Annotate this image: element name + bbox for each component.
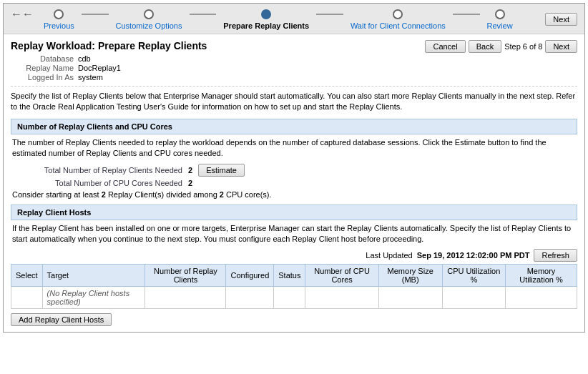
th-status: Status bbox=[274, 265, 305, 287]
total-cpu-row: Total Number of CPU Cores Needed 2 bbox=[25, 179, 577, 187]
wizard-step-wait[interactable]: Wait for Client Connections bbox=[345, 9, 451, 30]
section2-header: Replay Client Hosts bbox=[11, 205, 577, 220]
td-cpu-cores bbox=[305, 287, 378, 309]
last-updated-value: Sep 19, 2012 12:02:00 PM PDT bbox=[417, 251, 530, 260]
td-memory-util bbox=[505, 287, 577, 309]
td-target: (No Replay Client hosts specified) bbox=[42, 287, 145, 309]
logged-in-label: Logged In As bbox=[14, 73, 78, 82]
th-memory-size: Memory Size (MB) bbox=[378, 265, 442, 287]
last-updated-label: Last Updated bbox=[366, 251, 412, 260]
replay-client-table: Select Target Number of Replay Clients C… bbox=[11, 264, 577, 309]
section1-header: Number of Replay Clients and CPU Cores bbox=[11, 119, 577, 134]
total-clients-row: Total Number of Replay Clients Needed 2 … bbox=[25, 164, 577, 177]
info-grid: Database cdb Replay Name DocReplay1 Logg… bbox=[14, 54, 207, 82]
td-memory-size bbox=[378, 287, 442, 309]
nav-line-3 bbox=[316, 14, 343, 15]
back-button[interactable]: Back bbox=[469, 40, 501, 53]
wizard-step-previous[interactable]: Previous bbox=[38, 9, 80, 30]
wizard-step-prepare[interactable]: Prepare Replay Clients bbox=[217, 9, 315, 30]
step-dot-previous bbox=[54, 9, 64, 19]
bottom-note-clients: 2 bbox=[102, 190, 106, 199]
estimate-button[interactable]: Estimate bbox=[198, 164, 245, 177]
add-replay-client-hosts-button[interactable]: Add Replay Client Hosts bbox=[11, 313, 112, 326]
main-container: ←← Previous Customize Options Prepare Re… bbox=[3, 3, 585, 333]
table-header-row: Select Target Number of Replay Clients C… bbox=[11, 265, 577, 287]
wizard-step-customize-label: Customize Options bbox=[116, 21, 182, 30]
step-dot-prepare bbox=[261, 9, 271, 19]
content-area: Replay Workload: Prepare Replay Clients … bbox=[4, 34, 584, 332]
database-label: Database bbox=[14, 54, 78, 63]
step-dot-review bbox=[495, 9, 505, 19]
th-target: Target bbox=[42, 265, 145, 287]
bottom-note-cores: 2 bbox=[220, 190, 224, 199]
bottom-note: Consider starting at least 2 Replay Clie… bbox=[12, 190, 576, 199]
wizard-nav: ←← Previous Customize Options Prepare Re… bbox=[4, 4, 584, 34]
back-arrow-icon[interactable]: ←← bbox=[11, 8, 34, 21]
database-value: cdb bbox=[78, 54, 207, 63]
last-updated-row: Last Updated Sep 19, 2012 12:02:00 PM PD… bbox=[11, 249, 577, 262]
total-clients-label: Total Number of Replay Clients Needed bbox=[25, 166, 182, 174]
section2-body: If the Replay Client has been installed … bbox=[11, 223, 577, 245]
header-right: Cancel Back Step 6 of 8 Next bbox=[425, 40, 577, 53]
total-cpu-label: Total Number of CPU Cores Needed bbox=[25, 179, 182, 187]
page-description: Specify the list of Replay Clients below… bbox=[11, 91, 577, 113]
nav-line-1 bbox=[82, 14, 109, 15]
step-info: Step 6 of 8 bbox=[504, 42, 542, 51]
step-dot-customize bbox=[144, 9, 154, 19]
replay-name-value: DocReplay1 bbox=[78, 64, 207, 72]
section1-body: The number of Replay Clients needed to r… bbox=[11, 137, 577, 159]
refresh-button[interactable]: Refresh bbox=[534, 249, 577, 262]
wizard-step-review-label: Review bbox=[487, 21, 513, 30]
replay-name-label: Replay Name bbox=[14, 64, 78, 72]
th-configured: Configured bbox=[226, 265, 274, 287]
th-cpu-cores: Number of CPU Cores bbox=[305, 265, 378, 287]
step-dot-wait bbox=[393, 9, 403, 19]
divider-1 bbox=[11, 86, 577, 87]
th-num-clients: Number of Replay Clients bbox=[145, 265, 226, 287]
td-num-clients bbox=[145, 287, 226, 309]
page-title: Replay Workload: Prepare Replay Clients bbox=[11, 40, 207, 51]
td-cpu-util bbox=[442, 287, 505, 309]
wizard-step-review[interactable]: Review bbox=[481, 9, 519, 30]
wizard-step-previous-label: Previous bbox=[44, 21, 74, 30]
total-cpu-value: 2 bbox=[188, 179, 192, 187]
table-row: (No Replay Client hosts specified) bbox=[11, 287, 577, 309]
next-button-top[interactable]: Next bbox=[545, 13, 577, 26]
header-left: Replay Workload: Prepare Replay Clients … bbox=[11, 40, 207, 82]
td-status bbox=[274, 287, 305, 309]
td-select bbox=[11, 287, 43, 309]
cancel-button[interactable]: Cancel bbox=[425, 40, 465, 53]
wizard-step-customize[interactable]: Customize Options bbox=[110, 9, 188, 30]
th-memory-util: Memory Utilization % bbox=[505, 265, 577, 287]
logged-in-value: system bbox=[78, 73, 207, 82]
td-configured bbox=[226, 287, 274, 309]
add-button-container: Add Replay Client Hosts bbox=[11, 313, 577, 326]
next-button[interactable]: Next bbox=[545, 40, 577, 53]
page-header: Replay Workload: Prepare Replay Clients … bbox=[11, 40, 577, 82]
th-select: Select bbox=[11, 265, 43, 287]
nav-line-2 bbox=[190, 14, 217, 15]
total-clients-value: 2 bbox=[188, 166, 192, 174]
wizard-step-prepare-label: Prepare Replay Clients bbox=[223, 21, 309, 30]
wizard-step-wait-label: Wait for Client Connections bbox=[351, 21, 446, 30]
th-cpu-util: CPU Utilization % bbox=[442, 265, 505, 287]
nav-line-4 bbox=[453, 14, 480, 15]
